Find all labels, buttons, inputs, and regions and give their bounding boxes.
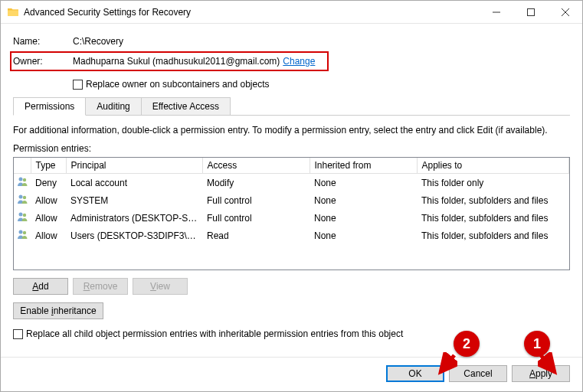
cell-type: Allow	[31, 227, 66, 244]
minimize-button[interactable]	[479, 1, 513, 23]
cell-inherited: None	[310, 209, 417, 227]
replace-all-label: Replace all child object permission entr…	[26, 328, 403, 339]
svg-point-8	[19, 230, 23, 234]
table-row[interactable]: AllowAdministrators (DESKTOP-S3D...Full …	[14, 209, 569, 227]
cell-type: Allow	[31, 209, 66, 227]
owner-highlight-box: Owner: Madhuparna Sukul (madhusukul2011@…	[10, 51, 329, 71]
tab-permissions[interactable]: Permissions	[13, 97, 86, 116]
permission-table[interactable]: Type Principal Access Inherited from App…	[13, 157, 570, 270]
name-row: Name: C:\Recovery	[13, 36, 570, 47]
owner-label: Owner:	[13, 56, 73, 67]
cell-principal: Users (DESKTOP-S3DIPF3\Users)	[66, 227, 202, 244]
remove-button: Remove	[73, 278, 128, 295]
change-owner-link[interactable]: Change	[283, 56, 315, 67]
svg-point-6	[19, 213, 23, 217]
cell-applies: This folder, subfolders and files	[417, 209, 569, 227]
name-value: C:\Recovery	[73, 36, 123, 47]
cell-access: Modify	[202, 174, 310, 192]
replace-all-row: Replace all child object permission entr…	[13, 328, 570, 339]
replace-owner-row: Replace owner on subcontainers and objec…	[73, 79, 570, 90]
caption-buttons	[479, 1, 582, 23]
cell-inherited: None	[310, 191, 417, 209]
annotation-badge-2: 2	[454, 331, 480, 357]
name-label: Name:	[13, 36, 73, 47]
cell-inherited: None	[310, 227, 417, 244]
owner-value: Madhuparna Sukul (madhusukul2011@gmail.c…	[73, 56, 280, 67]
table-row[interactable]: AllowUsers (DESKTOP-S3DIPF3\Users)ReadNo…	[14, 227, 569, 244]
cell-principal: Local account	[66, 174, 202, 192]
annotation-arrow-1	[538, 352, 561, 377]
cell-type: Allow	[31, 191, 66, 209]
enable-inheritance-button[interactable]: Enable inheritance	[13, 302, 103, 319]
cell-inherited: None	[310, 174, 417, 192]
replace-all-checkbox[interactable]	[13, 329, 23, 339]
entries-label: Permission entries:	[13, 143, 570, 154]
replace-owner-checkbox[interactable]	[73, 80, 83, 90]
users-icon	[14, 191, 31, 209]
col-inherited[interactable]: Inherited from	[310, 158, 417, 174]
tab-bar: Permissions Auditing Effective Access	[13, 97, 570, 116]
col-access[interactable]: Access	[202, 158, 310, 174]
col-principal[interactable]: Principal	[66, 158, 202, 174]
maximize-button[interactable]	[513, 1, 548, 23]
add-button[interactable]: Add	[13, 278, 68, 295]
svg-point-2	[19, 178, 23, 181]
tab-body: For additional information, double-click…	[13, 116, 570, 339]
cell-access: Full control	[202, 209, 310, 227]
window-title: Advanced Security Settings for Recovery	[24, 7, 479, 18]
users-icon	[14, 227, 31, 244]
security-settings-window: Advanced Security Settings for Recovery …	[0, 0, 583, 392]
col-icon[interactable]	[14, 158, 31, 174]
cell-applies: This folder, subfolders and files	[417, 227, 569, 244]
table-row[interactable]: DenyLocal accountModifyNoneThis folder o…	[14, 174, 569, 192]
view-button: View	[133, 278, 188, 295]
entry-buttons: Add Remove View	[13, 278, 570, 295]
cell-type: Deny	[31, 174, 66, 192]
svg-point-7	[23, 214, 26, 217]
cell-applies: This folder only	[417, 174, 569, 192]
svg-point-3	[23, 178, 26, 181]
cell-access: Full control	[202, 191, 310, 209]
svg-rect-0	[493, 11, 500, 12]
titlebar: Advanced Security Settings for Recovery	[1, 1, 582, 24]
footer-buttons: OK Cancel Apply	[1, 357, 582, 391]
info-text: For additional information, double-click…	[13, 125, 570, 136]
cell-applies: This folder, subfolders and files	[417, 191, 569, 209]
tab-auditing[interactable]: Auditing	[85, 97, 141, 115]
cell-principal: Administrators (DESKTOP-S3D...	[66, 209, 202, 227]
svg-point-9	[23, 231, 26, 234]
cancel-button[interactable]: Cancel	[449, 365, 507, 382]
cell-access: Read	[202, 227, 310, 244]
replace-owner-label: Replace owner on subcontainers and objec…	[86, 79, 269, 90]
tab-effective-access[interactable]: Effective Access	[141, 97, 231, 115]
folder-icon	[7, 6, 19, 18]
annotation-arrow-2	[434, 352, 457, 377]
content-area: Name: C:\Recovery Owner: Madhuparna Suku…	[1, 24, 582, 351]
users-icon	[14, 209, 31, 227]
users-icon	[14, 174, 31, 192]
svg-rect-1	[527, 8, 534, 15]
cell-principal: SYSTEM	[66, 191, 202, 209]
col-applies[interactable]: Applies to	[417, 158, 569, 174]
svg-point-5	[23, 196, 26, 199]
svg-point-4	[19, 195, 23, 199]
col-type[interactable]: Type	[31, 158, 66, 174]
table-row[interactable]: AllowSYSTEMFull controlNoneThis folder, …	[14, 191, 569, 209]
close-button[interactable]	[548, 1, 582, 23]
enable-inheritance-row: Enable inheritance	[13, 302, 570, 319]
